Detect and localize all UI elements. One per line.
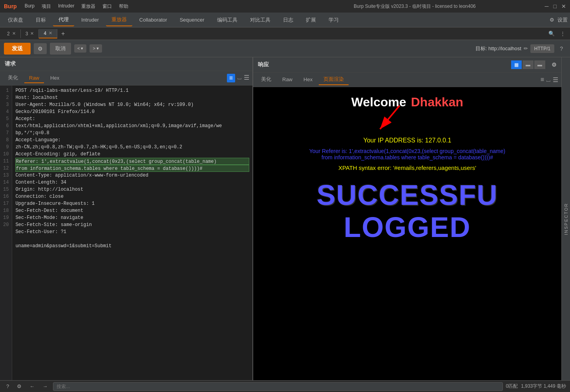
request-header: 请求 (0, 57, 252, 71)
nav-logger[interactable]: 日志 (278, 14, 299, 26)
nav-decoder[interactable]: 编码工具 (212, 14, 243, 26)
request-tab-beautify[interactable]: 美化 (3, 73, 23, 84)
nav-extensions[interactable]: 扩展 (300, 14, 322, 26)
response-settings-icon[interactable]: ⚙ (552, 62, 557, 68)
inspector-sidebar: INSPECTOR (561, 57, 570, 380)
response-tab-icons: ≡ ⎵ ☰ (541, 76, 558, 84)
help-button[interactable]: ? (4, 383, 11, 390)
response-panel: 响应 ▦ ▬ ▬ ⚙ 美化 Raw Hex 页面渲染 ≡ ⎵ ☰ Welcome (253, 57, 561, 380)
response-title: 响应 (258, 61, 269, 68)
code-line-11: Connection: close (15, 193, 249, 200)
code-line-14: Sec-Fetch-Mode: navigate (15, 214, 249, 221)
nav-prev-button[interactable]: < ▾ (74, 44, 86, 53)
wrap-icon[interactable]: ≡ (227, 74, 235, 82)
response-wrap-icon[interactable]: ≡ (541, 76, 544, 84)
menu-icon[interactable]: ☰ (244, 74, 249, 82)
response-newline-icon[interactable]: ⎵ (546, 76, 550, 84)
code-line-4: Accept: (15, 115, 249, 122)
request-tab-hex[interactable]: Hex (46, 73, 64, 83)
bottom-prev-button[interactable]: ← (27, 383, 37, 390)
close-button[interactable]: ✕ (561, 3, 566, 9)
bottom-settings-button[interactable]: ⚙ (15, 383, 24, 390)
code-line-7: Referer: 1',extractvalue(1,concat(0x23,(… (15, 158, 249, 165)
menu-project[interactable]: 项目 (42, 3, 51, 10)
nav-proxy[interactable]: 代理 (53, 14, 74, 26)
menu-burp[interactable]: Burp (25, 3, 35, 10)
toolbar-target: 目标: http://localhost ✏ HTTP/1 ? (475, 44, 566, 53)
tab-3-close[interactable]: ✕ (30, 31, 34, 36)
response-content-area: Welcome Dhakkan Your IP ADDRESS is: 127.… (253, 87, 561, 380)
navbar: 仪表盘 目标 代理 Intruder 重放器 Collaborator Sequ… (0, 13, 570, 27)
minimize-button[interactable]: ─ (545, 3, 549, 9)
response-header: 响应 ▦ ▬ ▬ ⚙ (253, 57, 561, 73)
inspector-label: INSPECTOR (564, 203, 568, 235)
cancel-button[interactable]: 取消 (50, 43, 71, 55)
tab-4-close[interactable]: ✕ (49, 31, 52, 36)
code-line-5b: zh-CN,zh;q=0.8,zh-TW;q=0.7,zh-HK;q=0.5,e… (15, 144, 249, 151)
nav-target[interactable]: 目标 (30, 14, 51, 26)
code-line-3b: Gecko/20100101 Firefox/114.0 (15, 108, 249, 115)
response-tab-raw[interactable]: Raw (278, 75, 297, 85)
tab-3[interactable]: 3 ✕ (21, 29, 39, 38)
tab-4[interactable]: 4 ✕ (39, 29, 57, 38)
toolbar: 发送 ⚙ 取消 < ▾ > ▾ 目标: http://localhost ✏ H… (0, 40, 570, 57)
code-line-7b: from information_schema.tables where tab… (15, 165, 249, 172)
match-count: 0匹配 (506, 383, 518, 390)
tab-2-close[interactable]: ✕ (12, 31, 16, 36)
tab-menu-icon[interactable]: ⋮ (558, 29, 568, 38)
status-text: 1,933字节 1,449 毫秒 (521, 383, 566, 390)
nav-repeater[interactable]: 重放器 (106, 14, 132, 26)
request-code-content[interactable]: POST /sqli-labs-master/Less-19/ HTTP/1.1… (12, 86, 252, 380)
request-tab-raw[interactable]: Raw (24, 73, 44, 83)
response-menu-icon[interactable]: ☰ (553, 76, 558, 84)
request-code-area[interactable]: 1234 5678 9101112 13141516 17181920 POST… (0, 86, 252, 380)
menu-window[interactable]: 窗口 (102, 3, 112, 10)
code-line-18: uname=admin&passwd=1&submit=Submit (15, 242, 249, 250)
red-arrow-svg (376, 102, 423, 133)
web-ip-text: Your IP ADDRESS is: 127.0.0.1 (363, 137, 451, 144)
nav-intruder[interactable]: Intruder (76, 15, 104, 25)
tab-add-button[interactable]: + (57, 29, 69, 39)
menu-intruder[interactable]: Intruder (58, 3, 74, 10)
send-button[interactable]: 发送 (4, 43, 31, 55)
maximize-button[interactable]: □ (554, 3, 557, 9)
settings-label[interactable]: 设置 (557, 16, 568, 24)
response-tab-hex[interactable]: Hex (299, 75, 317, 85)
nav-collaborator[interactable]: Collaborator (134, 15, 173, 25)
http-version-button[interactable]: HTTP/1 (530, 44, 554, 53)
request-tabs: 美化 Raw Hex ≡ ⎵ ☰ (0, 71, 252, 86)
tab-2[interactable]: 2 ✕ (2, 29, 21, 38)
search-input[interactable] (53, 382, 502, 391)
view-split-button[interactable]: ▦ (511, 60, 522, 69)
code-line-2: Host: localhost (15, 94, 249, 101)
tab-search-icon[interactable]: 🔍 (545, 29, 558, 38)
nav-next-button[interactable]: > ▾ (90, 44, 102, 53)
newline-icon[interactable]: ⎵ (238, 74, 241, 82)
help-icon[interactable]: ? (557, 44, 566, 53)
nav-learn[interactable]: 学习 (323, 14, 344, 26)
code-line-6: Accept-Encoding: gzip, deflate (15, 151, 249, 158)
menu-repeater[interactable]: 重放器 (81, 3, 95, 10)
main-split: 请求 美化 Raw Hex ≡ ⎵ ☰ 1234 5678 9101112 13… (0, 57, 570, 380)
edit-target-icon[interactable]: ✏ (524, 46, 528, 51)
nav-sequencer[interactable]: Sequencer (174, 15, 210, 25)
bottom-next-button[interactable]: → (40, 383, 50, 390)
titlebar: Burp Burp 项目 Intruder 重放器 窗口 帮助 Burp Sui… (0, 0, 570, 13)
view-horizontal-button[interactable]: ▬ (522, 60, 533, 69)
nav-comparer[interactable]: 对比工具 (245, 14, 276, 26)
response-tab-beautify[interactable]: 美化 (256, 74, 276, 85)
code-line-9: Content-Length: 34 (15, 179, 249, 186)
code-line-8: Content-Type: application/x-www-form-url… (15, 172, 249, 179)
nav-dashboard[interactable]: 仪表盘 (2, 14, 29, 26)
settings-button[interactable]: ⚙ (34, 43, 47, 54)
gear-icon[interactable]: ⚙ (550, 17, 554, 23)
response-tab-render[interactable]: 页面渲染 (319, 74, 349, 85)
code-line-10: Origin: http://localhost (15, 186, 249, 193)
menu-help[interactable]: 帮助 (119, 3, 128, 10)
target-label: 目标: http://localhost (475, 45, 521, 52)
tab-2-label: 2 (7, 31, 10, 36)
request-tab-icons: ≡ ⎵ ☰ (227, 74, 249, 82)
view-vertical-button[interactable]: ▬ (534, 60, 545, 69)
tab-4-label: 4 (44, 31, 46, 36)
web-referer-text: Your Referer is: 1',extractvalue(1,conca… (309, 148, 506, 160)
